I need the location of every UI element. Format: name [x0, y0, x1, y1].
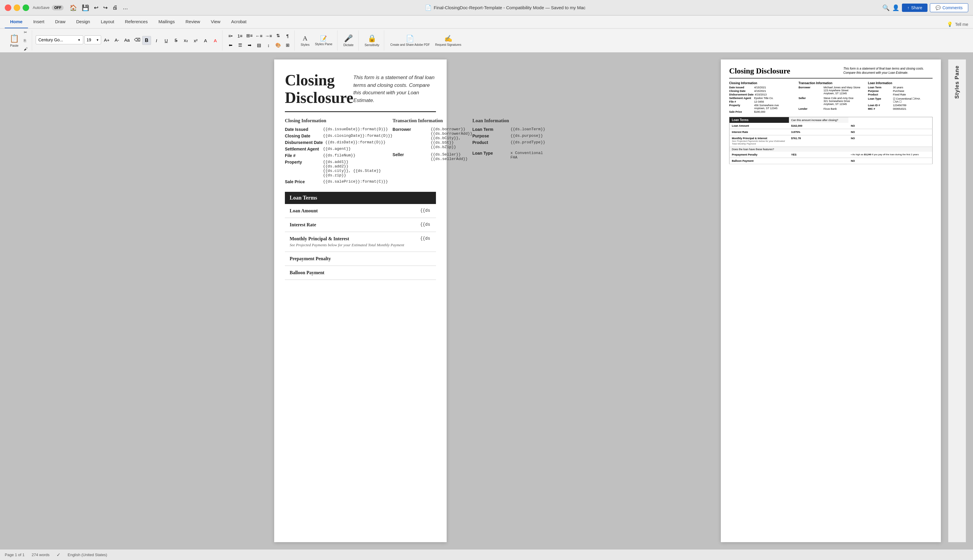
- statusbar: Page 1 of 1 274 words ✓ English (United …: [0, 549, 973, 560]
- font-case-button[interactable]: Aa: [123, 35, 132, 44]
- decrease-font-button[interactable]: A-: [112, 35, 121, 44]
- interest-rate-value: {{ds: [415, 218, 436, 232]
- styles-pane-button[interactable]: 📝 Styles Pane: [313, 30, 335, 50]
- undo-icon[interactable]: ↩: [94, 5, 98, 11]
- superscript-button[interactable]: x²: [191, 36, 200, 45]
- doc-title-row: Closing Disclosure This form is a statem…: [285, 72, 436, 112]
- word-count: 274 words: [32, 553, 50, 557]
- tell-me-label[interactable]: Tell me: [955, 22, 968, 27]
- strikethrough-button[interactable]: S̶: [172, 36, 180, 45]
- pilcrow-button[interactable]: ¶: [283, 31, 292, 40]
- prev-lt-loan-amount: Loan Amount $162,000 NO: [730, 123, 933, 129]
- maximize-button[interactable]: [23, 5, 29, 11]
- prev-lt-does-loan-label: Does the loan have these features?: [730, 147, 933, 152]
- interest-rate-row: Interest Rate {{ds: [285, 218, 436, 232]
- tab-mailings[interactable]: Mailings: [153, 15, 180, 28]
- prepayment-label: Prepayment Penalty: [285, 252, 415, 266]
- close-button[interactable]: [5, 5, 11, 11]
- create-share-pdf-button[interactable]: 📄 Create and Share Adobe PDF: [388, 30, 432, 50]
- sort-button[interactable]: ⇅: [273, 31, 283, 40]
- proofing-icon[interactable]: ✓: [57, 552, 60, 558]
- clear-format-button[interactable]: ⌫: [133, 35, 142, 44]
- cut-button[interactable]: ✂: [22, 28, 30, 36]
- justify-button[interactable]: ▤: [255, 41, 263, 50]
- borders-button[interactable]: ⊞: [283, 41, 292, 50]
- more-icon[interactable]: …: [123, 5, 128, 11]
- info-row-loantype: Loan Type x Conventional FHA: [472, 151, 545, 160]
- share-button[interactable]: ↑ Share: [902, 3, 928, 12]
- request-signatures-button[interactable]: ✍ Request Signatures: [433, 30, 463, 50]
- line-spacing-button[interactable]: ↕: [264, 41, 273, 50]
- numbering-button[interactable]: 1≡: [235, 31, 245, 40]
- app-title: Final-ClosingDoc-Report-Template - Compa…: [434, 5, 585, 10]
- voice-group: 🎤 Dictate: [339, 30, 359, 50]
- info-row-saleprice: Sale Price {{ds.salePrice}}:format(C)}}: [285, 179, 393, 184]
- prev-lt-prepayment: Prepayment Penalty YES • As high as $3,2…: [730, 152, 933, 158]
- preview-loan-info: Loan Information Loan Term 30 years Purp…: [868, 82, 933, 114]
- preview-closing-info: Closing Information Date Issued 4/15/202…: [729, 82, 794, 114]
- tab-view[interactable]: View: [205, 15, 226, 28]
- italic-button[interactable]: I: [152, 36, 161, 45]
- preview-closing-title: Closing Information: [729, 82, 794, 85]
- language: English (United States): [68, 553, 107, 557]
- font-color-button[interactable]: A: [211, 36, 220, 45]
- styles-button[interactable]: A Styles: [298, 30, 312, 50]
- highlight-button[interactable]: A: [201, 36, 210, 45]
- tab-draw[interactable]: Draw: [50, 15, 71, 28]
- file-icon: 📄: [425, 5, 432, 11]
- decrease-indent-button[interactable]: ←≡: [255, 31, 263, 40]
- user-icon[interactable]: 👤: [892, 4, 900, 11]
- home-icon[interactable]: 🏠: [70, 4, 77, 11]
- subscript-button[interactable]: x₂: [182, 36, 190, 45]
- pdf-icon: 📄: [406, 35, 414, 43]
- save-icon[interactable]: 💾: [82, 4, 89, 11]
- preview-title-row: Closing Disclosure This form is a statem…: [729, 67, 933, 78]
- info-row-seller: Seller {{ds.Seller}}{{ds.sellerAdd}}: [393, 152, 472, 161]
- multilevel-button[interactable]: ⊞≡: [245, 31, 254, 40]
- microphone-icon: 🎤: [344, 34, 353, 43]
- tab-home[interactable]: Home: [5, 15, 28, 28]
- info-row-agent: Settlement Agent {{ds.agent}}: [285, 147, 393, 152]
- autosave-toggle[interactable]: OFF: [52, 5, 63, 10]
- increase-font-button[interactable]: A+: [102, 35, 111, 44]
- sensitivity-button[interactable]: 🔒 Sensitivity: [362, 30, 382, 50]
- main-page[interactable]: Closing Disclosure This form is a statem…: [274, 60, 447, 542]
- font-group: Century Go... ▼ 19 ▼ A+ A- Aa ⌫ B I U S̶…: [33, 30, 222, 50]
- tab-review[interactable]: Review: [180, 15, 205, 28]
- tab-layout[interactable]: Layout: [95, 15, 120, 28]
- underline-button[interactable]: U: [162, 36, 171, 45]
- preview-lt-header: Loan Terms: [730, 117, 789, 123]
- search-icon[interactable]: 🔍: [882, 4, 890, 11]
- tab-acrobat[interactable]: Acrobat: [226, 15, 252, 28]
- align-left-button[interactable]: ⬅: [226, 41, 235, 50]
- tab-references[interactable]: References: [120, 15, 153, 28]
- dictate-button[interactable]: 🎤 Dictate: [341, 30, 356, 50]
- font-name-select[interactable]: Century Go... ▼: [36, 35, 83, 44]
- minimize-button[interactable]: [14, 5, 20, 11]
- monthly-pi-sub: See Projected Payments below for your Es…: [290, 243, 411, 247]
- format-painter-button[interactable]: 🖌: [22, 45, 30, 53]
- adobe-group: 📄 Create and Share Adobe PDF ✍ Request S…: [385, 30, 466, 50]
- print-icon[interactable]: 🖨: [112, 5, 118, 11]
- bullets-button[interactable]: ≡•: [226, 31, 235, 40]
- redo-icon[interactable]: ↪: [103, 5, 108, 11]
- info-row-purpose: Purpose {{ds.purpose}}: [472, 133, 545, 138]
- page-info: Page 1 of 1: [5, 553, 25, 557]
- align-center-button[interactable]: ☰: [235, 41, 245, 50]
- font-size-select[interactable]: 19 ▼: [85, 35, 101, 44]
- increase-indent-button[interactable]: →≡: [264, 31, 273, 40]
- copy-button[interactable]: ⎘: [22, 37, 30, 44]
- prev-seller: Seller Steve Cole and Amy Doe321 Somewhe…: [798, 97, 863, 105]
- comments-button[interactable]: 💬 Comments: [930, 3, 968, 12]
- loan-amount-value: {{ds: [415, 204, 436, 218]
- paste-button[interactable]: 📋 Paste: [7, 30, 22, 50]
- align-right-button[interactable]: ➡: [245, 41, 254, 50]
- bold-button[interactable]: B: [142, 36, 151, 45]
- prev-date-issued: Date Issued 4/15/2021: [729, 86, 794, 89]
- tab-design[interactable]: Design: [71, 15, 95, 28]
- monthly-pi-value: {{ds: [415, 232, 436, 252]
- tab-insert[interactable]: Insert: [28, 15, 50, 28]
- shading-button[interactable]: 🎨: [273, 41, 283, 50]
- prepayment-value: [415, 252, 436, 266]
- loan-amount-label: Loan Amount: [285, 204, 415, 218]
